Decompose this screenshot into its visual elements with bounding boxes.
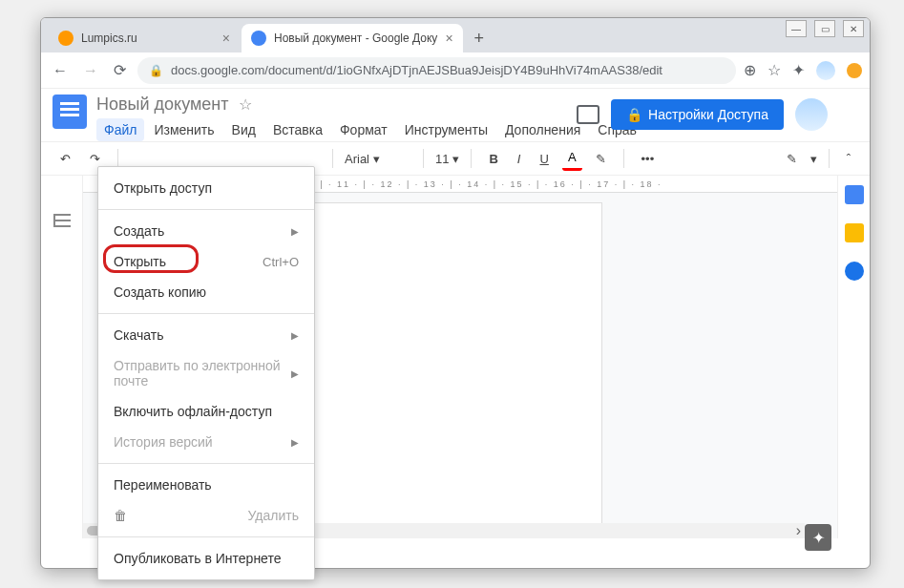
lock-icon: 🔒 [626, 107, 642, 122]
menu-insert[interactable]: Вставка [265, 118, 330, 141]
address-bar: ← → ⟳ 🔒 docs.google.com/document/d/1ioGN… [41, 52, 870, 89]
profile-avatar-icon[interactable] [816, 61, 835, 80]
font-selector[interactable]: Arial ▾ [345, 152, 411, 166]
underline-button[interactable]: U [534, 148, 554, 170]
window-close[interactable]: ✕ [843, 20, 864, 37]
separator [117, 149, 118, 168]
lock-icon: 🔒 [149, 64, 163, 77]
menu-versions: История версий▶ [98, 427, 314, 457]
window-minimize[interactable]: — [786, 20, 807, 37]
document-title[interactable]: Новый документ [96, 94, 229, 115]
undo-icon[interactable]: ↶ [54, 148, 76, 170]
tab-title: Lumpics.ru [81, 32, 137, 45]
docs-logo-icon[interactable] [53, 94, 87, 129]
chevron-right-icon: ▶ [291, 330, 299, 341]
nav-forward-icon: → [79, 58, 102, 83]
separator [623, 149, 624, 168]
text-color-button[interactable]: A [562, 146, 582, 171]
side-panel [837, 176, 870, 538]
favicon-lumpics-icon [58, 31, 74, 46]
tab-lumpics[interactable]: Lumpics.ru × [49, 24, 240, 52]
extensions-icon[interactable]: ✦ [792, 61, 805, 79]
bookmark-star-icon[interactable]: ☆ [767, 61, 781, 79]
chevron-down-icon: ▾ [452, 152, 459, 166]
menu-addons[interactable]: Дополнения [497, 118, 588, 141]
expand-up-icon[interactable]: ˆ [841, 148, 856, 170]
menu-view[interactable]: Вид [224, 118, 263, 141]
new-tab-button[interactable]: + [474, 29, 485, 52]
tab-strip: Lumpics.ru × Новый документ - Google Док… [41, 18, 870, 52]
menu-create[interactable]: Создать▶ [98, 216, 314, 246]
menu-edit[interactable]: Изменить [146, 118, 221, 141]
header-right: 🔒 Настройки Доступа [577, 98, 828, 131]
bold-button[interactable]: B [483, 148, 503, 170]
nav-back-icon[interactable]: ← [49, 58, 72, 83]
window-controls: — ▭ ✕ [786, 20, 864, 37]
separator [332, 149, 333, 168]
calendar-icon[interactable] [845, 185, 864, 204]
separator [98, 313, 314, 314]
menu-tools[interactable]: Инструменты [397, 118, 495, 141]
font-size[interactable]: 11 ▾ [435, 152, 459, 166]
separator [98, 536, 314, 537]
left-gutter [41, 176, 83, 538]
keep-icon[interactable] [845, 223, 864, 242]
size-value: 11 [435, 152, 449, 166]
menu-open-access[interactable]: Открыть доступ [98, 173, 314, 203]
url-field[interactable]: 🔒 docs.google.com/document/d/1ioGNfxAjDT… [137, 57, 736, 84]
share-label: Настройки Доступа [648, 107, 768, 122]
menu-rename[interactable]: Переименовать [98, 470, 314, 500]
menu-delete: 🗑Удалить [98, 500, 314, 531]
more-button[interactable]: ••• [636, 148, 661, 170]
outline-icon[interactable] [53, 214, 71, 227]
nav-reload-icon[interactable]: ⟳ [110, 57, 130, 83]
comments-icon[interactable] [577, 105, 599, 124]
chevron-right-icon: ▶ [291, 437, 299, 448]
account-avatar[interactable] [795, 98, 828, 131]
explore-button[interactable]: ✦ [805, 524, 831, 551]
separator [98, 209, 314, 210]
file-menu-dropdown: Открыть доступ Создать▶ ОткрытьCtrl+O Со… [97, 166, 315, 580]
highlight-button[interactable]: ✎ [590, 148, 612, 170]
menu-open[interactable]: ОткрытьCtrl+O [98, 246, 314, 277]
toolbar-right: ⊕ ☆ ✦ [744, 61, 862, 80]
favicon-docs-icon [251, 31, 266, 46]
italic-button[interactable]: I [512, 148, 527, 170]
separator [471, 149, 472, 168]
url-text: docs.google.com/document/d/1ioGNfxAjDTjn… [171, 63, 725, 77]
chevron-right-icon: ▶ [291, 226, 299, 237]
close-tab-icon[interactable]: × [215, 31, 230, 46]
menu-download[interactable]: Скачать▶ [98, 320, 314, 350]
tab-googledoc[interactable]: Новый документ - Google Доку × [242, 24, 463, 52]
share-button[interactable]: 🔒 Настройки Доступа [611, 99, 784, 130]
menu-make-copy[interactable]: Создать копию [98, 277, 314, 307]
separator [98, 463, 314, 464]
docs-header: Новый документ ☆ Файл Изменить Вид Встав… [41, 89, 870, 141]
search-icon[interactable]: ⊕ [744, 61, 756, 79]
window-maximize[interactable]: ▭ [814, 20, 835, 37]
menu-icon[interactable] [847, 63, 862, 78]
menu-offline[interactable]: Включить офлайн-доступ [98, 396, 314, 427]
chevron-down-icon[interactable]: ▾ [810, 152, 817, 166]
separator [423, 149, 424, 168]
close-tab-icon[interactable]: × [437, 31, 452, 46]
font-name: Arial [345, 152, 369, 166]
shortcut-label: Ctrl+O [263, 255, 299, 269]
tab-title: Новый документ - Google Доку [274, 32, 437, 45]
menu-publish[interactable]: Опубликовать в Интернете [98, 543, 314, 574]
star-icon[interactable]: ☆ [239, 95, 252, 114]
menu-format[interactable]: Формат [332, 118, 395, 141]
chevron-down-icon: ▾ [373, 152, 380, 166]
menu-email: Отправить по электронной почте▶ [98, 350, 314, 396]
tasks-icon[interactable] [845, 262, 864, 281]
scroll-right-icon[interactable]: › [792, 522, 805, 539]
separator [829, 149, 830, 168]
chevron-right-icon: ▶ [291, 368, 299, 379]
menu-file[interactable]: Файл [96, 118, 144, 141]
trash-icon: 🗑 [114, 508, 129, 523]
editing-mode-button[interactable]: ✎ [781, 148, 803, 170]
